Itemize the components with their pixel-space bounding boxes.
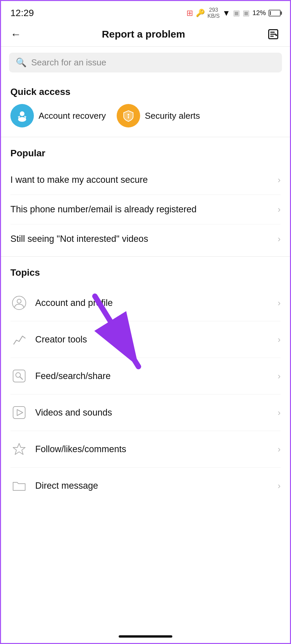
search-square-icon bbox=[10, 367, 28, 385]
edit-report-button[interactable] bbox=[266, 27, 281, 42]
chevron-icon-videos-sounds: › bbox=[278, 408, 281, 418]
key-icon: 🔑 bbox=[196, 9, 205, 17]
svg-rect-7 bbox=[128, 116, 129, 118]
chevron-icon-phone-email: › bbox=[278, 204, 281, 215]
popular-title: Popular bbox=[10, 148, 281, 159]
topic-item-direct-message-left: Direct message bbox=[10, 477, 98, 494]
search-container: 🔍 Search for an issue bbox=[1, 47, 290, 78]
topic-videos-sounds-text: Videos and sounds bbox=[35, 408, 112, 418]
topic-account-profile-text: Account and profile bbox=[35, 298, 113, 308]
home-indicator bbox=[119, 635, 172, 638]
battery-icon bbox=[269, 10, 281, 16]
chevron-icon-secure-account: › bbox=[278, 175, 281, 185]
topic-feed-search-share-text: Feed/search/share bbox=[35, 371, 111, 381]
wifi-icon: ▼ bbox=[222, 8, 230, 18]
popular-item-not-interested[interactable]: Still seeing "Not interested" videos › bbox=[10, 224, 281, 254]
popular-item-not-interested-text: Still seeing "Not interested" videos bbox=[10, 234, 148, 244]
quick-access-row: Account recovery Security alerts bbox=[10, 104, 281, 127]
account-recovery-label: Account recovery bbox=[39, 111, 106, 121]
topic-item-videos-sounds[interactable]: Videos and sounds › bbox=[10, 394, 281, 431]
topic-direct-message-text: Direct message bbox=[35, 481, 98, 491]
status-bar: 12:29 ⊞ 🔑 293KB/S ▼ ▣ ▣ 12% bbox=[1, 1, 290, 22]
svg-point-9 bbox=[17, 299, 21, 303]
svg-rect-10 bbox=[13, 370, 25, 382]
topic-item-direct-message[interactable]: Direct message › bbox=[10, 468, 281, 504]
svg-point-6 bbox=[127, 114, 129, 116]
svg-line-12 bbox=[20, 377, 22, 379]
topic-item-feed-search-share-left: Feed/search/share bbox=[10, 367, 111, 385]
section-divider-2 bbox=[1, 256, 290, 257]
quick-access-title: Quick access bbox=[10, 87, 281, 97]
chevron-icon-creator-tools: › bbox=[278, 334, 281, 345]
section-divider-1 bbox=[1, 137, 290, 137]
topic-follow-likes-comments-text: Follow/likes/comments bbox=[35, 444, 126, 454]
svg-marker-15 bbox=[13, 443, 25, 454]
topics-title: Topics bbox=[10, 267, 281, 278]
chevron-icon-account-profile: › bbox=[278, 298, 281, 308]
popular-item-phone-email-text: This phone number/email is already regis… bbox=[10, 204, 196, 215]
person-circle-icon bbox=[10, 294, 28, 312]
play-square-icon bbox=[10, 404, 28, 421]
topics-section: Topics Account and profile › Creator too… bbox=[1, 259, 290, 504]
folder-outline-icon bbox=[10, 477, 28, 494]
popular-item-secure-account[interactable]: I want to make my account secure › bbox=[10, 165, 281, 195]
chevron-icon-feed-search-share: › bbox=[278, 371, 281, 381]
chevron-icon-direct-message: › bbox=[278, 481, 281, 491]
search-bar[interactable]: 🔍 Search for an issue bbox=[9, 53, 282, 72]
back-button[interactable]: ← bbox=[10, 28, 21, 41]
quick-access-account-recovery[interactable]: Account recovery bbox=[10, 104, 106, 127]
search-placeholder: Search for an issue bbox=[31, 57, 106, 68]
screenshot-icon: ⊞ bbox=[186, 8, 193, 18]
search-icon: 🔍 bbox=[16, 57, 26, 68]
svg-marker-14 bbox=[17, 410, 23, 416]
signal-icon-2: ▣ bbox=[243, 9, 250, 17]
app-header: ← Report a problem bbox=[1, 22, 290, 47]
battery-percent: 12% bbox=[252, 9, 266, 17]
account-recovery-icon bbox=[10, 104, 34, 127]
data-speed: 293KB/S bbox=[208, 7, 220, 19]
popular-section: Popular I want to make my account secure… bbox=[1, 140, 290, 254]
svg-rect-13 bbox=[13, 407, 25, 419]
page-title: Report a problem bbox=[102, 29, 185, 40]
chevron-icon-not-interested: › bbox=[278, 234, 281, 244]
status-time: 12:29 bbox=[10, 8, 34, 18]
topic-item-follow-likes-comments[interactable]: Follow/likes/comments › bbox=[10, 431, 281, 468]
star-outline-icon bbox=[10, 440, 28, 458]
topic-creator-tools-text: Creator tools bbox=[35, 334, 87, 345]
quick-access-section: Quick access Account recovery bbox=[1, 78, 290, 127]
topic-item-follow-likes-comments-left: Follow/likes/comments bbox=[10, 440, 126, 458]
topic-item-creator-tools-left: Creator tools bbox=[10, 331, 87, 348]
quick-access-security-alerts[interactable]: Security alerts bbox=[117, 104, 200, 127]
status-icons: ⊞ 🔑 293KB/S ▼ ▣ ▣ 12% bbox=[186, 7, 281, 19]
svg-point-4 bbox=[20, 111, 24, 116]
topic-item-feed-search-share[interactable]: Feed/search/share › bbox=[10, 358, 281, 394]
popular-item-secure-account-text: I want to make my account secure bbox=[10, 175, 148, 185]
chart-line-icon bbox=[10, 331, 28, 348]
security-alerts-label: Security alerts bbox=[145, 111, 200, 121]
chevron-icon-follow-likes-comments: › bbox=[278, 444, 281, 454]
topic-item-videos-sounds-left: Videos and sounds bbox=[10, 404, 112, 421]
topic-item-account-profile-left: Account and profile bbox=[10, 294, 113, 312]
topic-item-account-profile[interactable]: Account and profile › bbox=[10, 285, 281, 321]
popular-item-phone-email[interactable]: This phone number/email is already regis… bbox=[10, 195, 281, 224]
topic-item-creator-tools[interactable]: Creator tools › bbox=[10, 321, 281, 358]
security-alerts-icon bbox=[117, 104, 140, 127]
signal-icon-1: ▣ bbox=[233, 9, 240, 17]
